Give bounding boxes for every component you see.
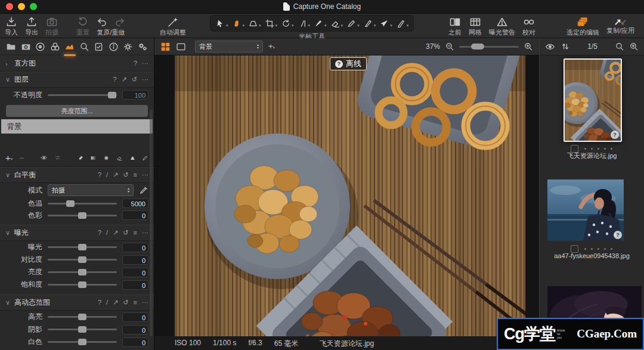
add-layer-button[interactable]: +▾ [5,154,13,162]
help-icon[interactable]: ? [98,230,101,236]
thumbnail-selected[interactable]: ? [564,58,622,142]
more-icon[interactable]: ··· [142,230,148,236]
exposure-warning-button[interactable]: 曝光警告 [489,16,515,36]
exposure-slider[interactable] [48,246,117,248]
tab-metadata[interactable] [94,42,104,52]
help-icon[interactable]: ? [113,76,116,83]
tab-color[interactable] [50,42,60,52]
slider-thumb[interactable] [66,200,75,207]
radial-gradient-icon[interactable] [103,153,110,163]
invert-mask-icon[interactable] [54,153,61,163]
opacity-slider[interactable] [48,94,117,96]
tab-settings[interactable] [123,42,133,52]
filter-zoom-icon[interactable] [629,42,639,51]
viewer-layer-select[interactable]: 背景 ▴▾ [195,41,263,52]
expand-icon[interactable]: ↗ [113,230,118,236]
heal-icon[interactable] [142,153,148,163]
layer-background[interactable]: 背景 [1,119,153,134]
reset-button[interactable]: 重置 [76,16,89,36]
search-icon[interactable] [615,42,624,51]
more-icon[interactable]: ··· [142,76,148,83]
spot-removal-tool[interactable]: ▾ [314,18,327,29]
viewer-canvas[interactable]: ? 离线 [154,55,539,336]
white-slider[interactable] [48,341,117,343]
rating-dot[interactable] [604,248,606,250]
rotate-tool[interactable]: ▾ [281,18,294,29]
contrast-slider[interactable] [48,259,117,261]
multi-view-icon[interactable] [160,42,171,52]
tab-plugins[interactable] [138,42,148,52]
proof-button[interactable]: 校对 [522,16,535,36]
add-adjustment-button[interactable]: +▾ [268,42,275,51]
reset-section-icon[interactable]: ↺ [123,230,128,236]
reset-section-icon[interactable]: ↺ [123,299,128,306]
select-tool[interactable]: ▾ [215,18,228,29]
temp-slider[interactable] [48,203,117,205]
slider-thumb[interactable] [78,256,86,263]
tab-details[interactable] [79,42,89,52]
rating-dot[interactable] [591,248,593,250]
zoom-percent[interactable]: 37% [426,42,440,51]
rating-dot[interactable] [584,148,586,150]
wb-mode-select[interactable]: 拍摄 ▴▾ [48,184,134,196]
panel-scrollbar[interactable] [150,110,153,336]
exposure-value[interactable]: 0 [122,243,148,252]
auto-adjust-button[interactable]: 自动调整 [160,16,186,36]
more-icon[interactable]: ··· [142,60,148,67]
close-window-button[interactable] [6,3,13,10]
help-icon[interactable]: ? [134,60,137,67]
before-after-button[interactable]: 之前 [448,16,462,36]
presets-icon[interactable]: ≡ [134,230,137,236]
zoom-in-icon[interactable] [524,42,533,51]
shadow-slider[interactable] [48,329,117,330]
luma-range-button[interactable]: 亮度范围... [6,105,148,117]
erase-mask-icon[interactable] [116,153,123,163]
section-histogram[interactable]: › 直方图 ?··· [0,55,154,72]
copy-apply-button[interactable]: ↗ ↙ 复制/应用 [606,18,634,34]
slider-thumb[interactable] [78,281,86,288]
section-white-balance[interactable]: ∨ 白平衡 ?/↗↺≡··· [0,167,154,183]
picker-icon[interactable]: / [106,172,108,178]
highlight-value[interactable]: 0 [122,312,148,322]
slider-thumb[interactable] [78,212,86,219]
pen-tool[interactable]: ▾ [363,18,376,29]
tab-lens[interactable] [35,42,45,52]
shadow-value[interactable]: 0 [122,325,148,334]
eraser-tool[interactable]: ▾ [330,18,343,29]
tab-library[interactable] [6,42,16,52]
tab-capture[interactable] [21,42,31,52]
show-mask-icon[interactable] [41,153,47,163]
single-view-icon[interactable] [176,42,186,52]
draw-mask-tool[interactable]: ▾ [346,18,360,29]
slider-thumb[interactable] [78,244,86,250]
pan-tool-selected[interactable]: ▾ [232,18,245,29]
import-button[interactable]: 导入 [5,16,18,36]
section-layers[interactable]: ∨ 图层 ?↗↺··· [0,72,154,88]
thumbnail[interactable]: ? [547,179,624,241]
section-hdr[interactable]: ∨ 高动态范围 ?/↗↺≡··· [0,295,154,311]
zoom-slider[interactable] [459,46,519,48]
section-exposure[interactable]: ∨ 曝光 ?/↗↺≡··· [0,225,154,241]
keystone-tool[interactable]: ▾ [248,18,261,29]
expand-icon[interactable]: ↗ [113,299,118,306]
remove-layer-button[interactable]: − [19,153,24,163]
clone-stamp-icon[interactable] [129,153,136,163]
highlight-slider[interactable] [48,316,117,318]
saturation-value[interactable]: 0 [122,280,148,290]
brightness-slider[interactable] [48,271,117,273]
sort-icon[interactable] [561,42,570,51]
rating-dot[interactable] [591,148,593,150]
saturation-slider[interactable] [48,284,117,286]
help-icon[interactable]: ? [98,172,101,178]
outline-pen-tool[interactable]: ▾ [396,18,409,29]
picker-icon[interactable]: / [106,299,108,306]
reset-section-icon[interactable]: ↺ [132,76,137,83]
rating-dot[interactable] [611,148,612,150]
tab-info[interactable] [109,42,119,52]
presets-icon[interactable]: ≡ [134,299,137,306]
reset-section-icon[interactable]: ↺ [123,172,128,178]
rating-dot[interactable] [584,248,586,250]
more-icon[interactable]: ··· [142,299,148,306]
zoom-slider-thumb[interactable] [471,44,484,49]
slider-thumb[interactable] [78,339,86,345]
